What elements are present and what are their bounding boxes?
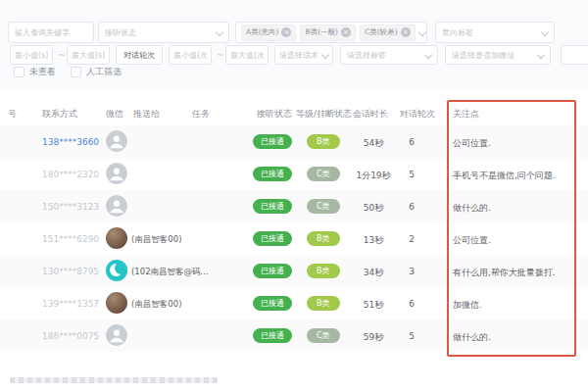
range-separator: ~ — [58, 50, 66, 60]
table-row[interactable]: 138****3660 已接通 B类 54秒 6 公司位置. — [0, 125, 588, 158]
tag-select-placeholder: 请选择标签 — [347, 50, 421, 61]
contact-phone[interactable]: 186****0075 — [42, 331, 99, 341]
grade-tag-a-label: A类(意向) — [246, 27, 278, 37]
wechat-person-icon — [106, 130, 127, 152]
answer-status-placeholder: 接听状态 — [105, 27, 213, 38]
extra-filter-partial[interactable] — [561, 45, 588, 65]
focus-point: 有什么用,帮你大批量拨打. — [453, 267, 556, 279]
answer-status-select[interactable]: 接听状态 — [98, 22, 229, 43]
chevron-down-icon — [541, 28, 549, 36]
wechat-added-placeholder: 请选择是否加微信 — [452, 50, 534, 61]
push-target: (南昌智客00) — [131, 299, 181, 311]
col-header-push-to: 推送给 — [133, 108, 160, 121]
contact-phone[interactable]: 150****3123 — [42, 202, 99, 212]
grade-tags-multiselect[interactable]: A类(意向) × B类(一般) × C类(较差) × — [235, 22, 427, 43]
grade-badge: C类 — [307, 167, 340, 181]
wechat-photo-avatar — [106, 227, 127, 249]
chevron-down-icon — [417, 28, 425, 36]
grade-badge: C类 — [307, 199, 340, 214]
grade-tag-b-label: B类(一般) — [305, 27, 338, 37]
wechat-person-icon — [106, 163, 127, 184]
col-header-duration: 会话时长 — [353, 108, 388, 121]
focus-point: 加微信. — [453, 299, 482, 312]
wechat-person-icon — [106, 195, 127, 217]
focus-point: 公司位置. — [453, 234, 491, 247]
answer-status-badge: 已接通 — [253, 134, 292, 149]
chevron-down-icon — [424, 51, 432, 59]
max-rounds-input[interactable] — [225, 45, 269, 65]
call-duration: 54秒 — [348, 137, 399, 150]
table-row[interactable]: 186****0075 已接通 C类 59秒 5 做什么的. — [0, 319, 588, 352]
chevron-down-icon — [321, 51, 329, 59]
manual-filter-label: 人工筛选 — [86, 66, 122, 78]
answer-status-badge: 已接通 — [253, 328, 292, 343]
focus-point: 做什么的. — [453, 331, 491, 344]
remove-tag-icon[interactable]: × — [341, 27, 351, 37]
unviewed-checkbox[interactable] — [14, 67, 24, 77]
col-header-contact: 联系方式 — [42, 108, 77, 121]
manual-filter-checkbox[interactable] — [71, 67, 81, 77]
dialog-rounds: 2 — [398, 234, 425, 244]
col-header-index: 号 — [8, 108, 17, 121]
dialog-rounds: 5 — [398, 331, 425, 341]
call-duration: 13秒 — [348, 234, 399, 247]
manual-filter-checkbox-row[interactable]: 人工筛选 — [71, 66, 122, 78]
focus-point: 做什么的. — [453, 202, 491, 215]
tag-select[interactable]: 请选择标签 — [340, 45, 438, 65]
script-select-placeholder: 请选择话术 — [279, 50, 318, 61]
focus-point: 公司位置. — [453, 137, 491, 150]
chevron-down-icon — [216, 28, 223, 36]
grade-tag-c-label: C类(较差) — [365, 27, 398, 37]
table-row[interactable]: 180****2320 已接通 C类 1分19秒 5 手机号不是微信,问个问题. — [0, 158, 588, 190]
col-header-answer-status: 接听状态 — [257, 108, 292, 121]
contact-phone[interactable]: 139****1357 — [42, 299, 99, 309]
push-target: (102南昌智客@码... — [131, 267, 209, 278]
dialog-rounds: 6 — [398, 137, 425, 147]
wechat-photo-avatar — [106, 292, 127, 314]
unviewed-checkbox-row[interactable]: 未查看 — [14, 66, 56, 78]
col-header-focus: 关注点 — [453, 108, 479, 121]
answer-status-badge: 已接通 — [253, 264, 292, 278]
answer-status-badge: 已接通 — [253, 199, 292, 214]
call-duration: 59秒 — [348, 331, 399, 344]
wechat-added-select[interactable]: 请选择是否加微信 — [445, 45, 551, 65]
table-row[interactable]: 151****6290 (南昌智客00) 已接通 B类 13秒 2 公司位置. — [0, 222, 588, 255]
grade-badge: C类 — [307, 328, 340, 343]
script-select[interactable]: 请选择话术 — [274, 45, 333, 65]
remove-tag-icon[interactable]: × — [401, 27, 411, 37]
min-rounds-input[interactable] — [169, 45, 212, 65]
push-target: (南昌智客00) — [131, 234, 181, 246]
answer-status-badge: 已接通 — [253, 231, 292, 246]
unviewed-label: 未查看 — [29, 66, 56, 78]
answer-status-badge: 已接通 — [253, 167, 292, 181]
table-row[interactable]: 150****3123 已接通 C类 50秒 6 做什么的. — [0, 190, 588, 222]
contact-phone[interactable]: 130****8795 — [42, 267, 99, 276]
keyword-search-input[interactable] — [8, 22, 94, 43]
contact-phone[interactable]: 180****2320 — [42, 170, 99, 179]
grade-badge: B类 — [307, 264, 340, 278]
grade-badge: B类 — [307, 296, 340, 311]
range-separator: ~ — [217, 50, 224, 60]
focus-point: 手机号不是微信,问个问题. — [453, 170, 556, 182]
table-row[interactable]: 130****8795 (102南昌智客@码... 已接通 B类 34秒 3 有… — [0, 255, 588, 287]
intent-tag-select[interactable]: 意向标签 — [435, 22, 555, 43]
col-header-grade-hangup: 等级/挂断状态 — [296, 108, 352, 121]
contact-phone-link[interactable]: 138****3660 — [42, 137, 99, 147]
table-row[interactable]: 139****1357 (南昌智客00) 已接通 B类 51秒 6 加微信. — [0, 287, 588, 319]
call-duration: 34秒 — [348, 267, 399, 279]
max-seconds-input[interactable] — [67, 45, 110, 65]
grade-badge: B类 — [307, 231, 340, 246]
wechat-logo-avatar — [106, 260, 127, 281]
table-header: 号 联系方式 微信 推送给 任务 接听状态 等级/挂断状态 会话时长 对话轮次 … — [0, 101, 588, 125]
min-seconds-input[interactable] — [10, 45, 53, 65]
col-header-rounds: 对话轮次 — [400, 108, 435, 121]
remove-tag-icon[interactable]: × — [281, 27, 291, 37]
grade-tag-c: C类(较差) × — [360, 24, 416, 41]
dialog-rounds: 6 — [398, 299, 425, 309]
grade-badge: B类 — [307, 134, 340, 149]
answer-status-badge: 已接通 — [253, 296, 292, 311]
contact-phone[interactable]: 151****6290 — [42, 234, 99, 244]
call-duration: 1分19秒 — [348, 170, 399, 182]
intent-tag-placeholder: 意向标签 — [442, 27, 538, 38]
chevron-down-icon — [537, 51, 545, 59]
